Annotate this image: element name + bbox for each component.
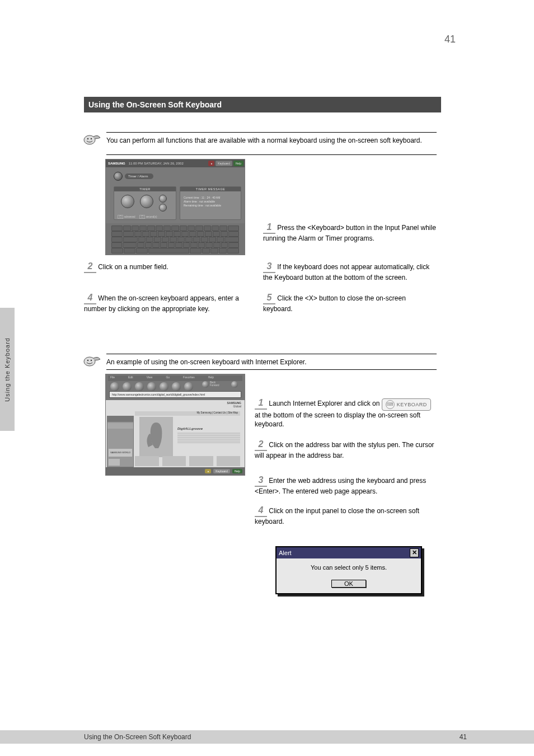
browser-footer: ● Keyboard Help	[106, 467, 245, 475]
site-tabs[interactable]: My Samsung | Contact Us | Site Map	[135, 411, 240, 416]
step-1: 1 Press the <Keyboard> button in the Inp…	[263, 223, 437, 243]
nav-refresh-icon[interactable]	[147, 382, 156, 391]
dialog-title: Alert	[279, 550, 292, 556]
alert-dialog: Alert ✕ You can select only 5 items. OK	[275, 546, 422, 594]
page-number-top: 41	[444, 34, 456, 45]
menu-bar[interactable]: FileEditViewGoFavoritesHelp	[108, 375, 242, 381]
divider	[106, 154, 437, 155]
divider	[106, 369, 437, 370]
body-text-placeholder	[177, 433, 240, 444]
keyboard-pill-icon: ⌨ KEYBOARD	[382, 398, 431, 411]
clock-icon	[114, 172, 123, 181]
side-tab-label: Using the Keyboard	[4, 337, 11, 402]
knob-minutes[interactable]	[140, 195, 153, 208]
footer-page-number: 41	[460, 733, 467, 741]
step-number-icon: 4	[84, 293, 96, 304]
brand-sub: Global	[227, 405, 241, 408]
page-footer: Using the On-Screen Soft Keyboard 41	[0, 730, 534, 744]
close-icon[interactable]: ✕	[410, 548, 419, 557]
browser-toolbar: FileEditViewGoFavoritesHelp BackForward …	[106, 374, 245, 400]
svg-point-1	[87, 138, 88, 139]
step-2: 2 Click on the address bar with the styl…	[255, 440, 437, 460]
step-number-icon: 3	[255, 476, 267, 487]
step-number-icon: 1	[255, 398, 267, 410]
step-number-icon: 2	[84, 262, 96, 273]
svg-point-0	[84, 135, 95, 144]
nav-stop-icon[interactable]	[135, 382, 144, 391]
sidebar-badge[interactable]: SAMSUNG WORLD	[109, 449, 132, 457]
help-button[interactable]: Help	[233, 161, 243, 166]
app-header: SAMSUNG 11:00 PM SATURDAY, JAN 26, 2002 …	[106, 159, 245, 167]
side-tab: Using the Keyboard	[0, 308, 15, 431]
step-number-icon: 5	[263, 293, 275, 304]
tip-icon	[81, 133, 101, 150]
rec-button[interactable]: ●	[205, 469, 211, 473]
step-3: 3 If the keyboard does not appear automa…	[263, 262, 437, 282]
section-header: Using the On-Screen Soft Keyboard	[84, 97, 441, 112]
panel-timer: TIMER ☐advanced ☐second(s)	[114, 186, 176, 220]
brand-label: SAMSUNG	[108, 162, 125, 165]
help-button[interactable]: Help	[232, 469, 242, 473]
knob-hours[interactable]	[121, 195, 134, 208]
checkbox-seconds[interactable]: ☐	[139, 215, 145, 219]
panel-title: TIMER MESSAGE	[180, 187, 241, 191]
checkbox-label: advanced	[124, 215, 135, 218]
step-number-icon: 1	[263, 223, 275, 234]
tip-text: You can perform all functions that are a…	[106, 137, 437, 145]
panel-timer-message: TIMER MESSAGE Current time : 11 : 24 : 4…	[180, 186, 241, 220]
nav-small-icon[interactable]	[202, 381, 209, 388]
flag-icon	[109, 459, 120, 466]
readout-alarm-time: Alarm time : not available	[184, 200, 221, 204]
divider	[106, 132, 437, 133]
headline: DigitALLgroove	[177, 427, 240, 430]
nav-home-icon[interactable]	[160, 382, 168, 391]
keyboard-button[interactable]: Keyboard	[213, 469, 229, 473]
nav-search-icon[interactable]	[172, 382, 181, 391]
step-4: 4 When the on-screen keyboard appears, e…	[84, 293, 246, 313]
panel-title: TIMER	[114, 187, 176, 191]
checkbox-advanced[interactable]: ☐	[118, 215, 123, 219]
step-1: 1 Launch Internet Explorer and click on …	[255, 398, 437, 429]
nav-favorites-icon[interactable]	[184, 382, 193, 391]
tip-icon	[81, 355, 101, 372]
soft-keyboard[interactable]	[106, 223, 245, 255]
nav-forward-icon[interactable]	[123, 382, 132, 391]
nav-small-icon[interactable]	[231, 381, 238, 388]
dialog-body: You can select only 5 items.	[277, 558, 421, 576]
ok-button[interactable]: OK	[331, 580, 366, 588]
step-number-icon: 3	[263, 262, 275, 273]
knob-seconds-up[interactable]	[159, 195, 167, 203]
step-3: 3 Enter the web address using the keyboa…	[255, 476, 437, 496]
rec-button[interactable]: ●	[208, 161, 214, 166]
tip-text: An example of using the on-screen keyboa…	[106, 358, 437, 367]
svg-point-3	[84, 357, 95, 366]
readout-current-time: Current time : 11 : 24 : 40 AM	[184, 196, 221, 200]
toolbar-text: BackForward	[210, 382, 219, 387]
address-bar[interactable]: http://www.samsungelectronics.com/digita…	[109, 391, 241, 398]
step-number-icon: 2	[255, 440, 267, 451]
knob-seconds-down[interactable]	[159, 204, 167, 212]
svg-point-5	[91, 360, 92, 361]
browser-content: SAMSUNG Global My Samsung | Contact Us |…	[106, 400, 245, 467]
step-2: 2 Click on a number field.	[84, 262, 246, 273]
divider	[106, 354, 437, 354]
keyboard-button[interactable]: Keyboard	[216, 161, 232, 166]
sidebar: SAMSUNG WORLD	[107, 416, 134, 467]
readout-remaining-time: Remaining time : not available	[184, 204, 221, 208]
svg-point-4	[87, 360, 88, 361]
footer-title: Using the On-Screen Soft Keyboard	[84, 733, 191, 741]
thumb-row	[135, 456, 240, 466]
nav-back-icon[interactable]	[110, 382, 119, 391]
checkbox-label: second(s)	[146, 215, 157, 218]
step-number-icon: 4	[255, 506, 267, 517]
svg-point-2	[91, 138, 92, 139]
tab-timer-alarm[interactable]: Timer / Alarm	[125, 173, 153, 179]
screenshot-timer-alarm: SAMSUNG 11:00 PM SATURDAY, JAN 26, 2002 …	[105, 159, 245, 255]
step-5: 5 Click the <X> button to close the on-s…	[263, 293, 437, 313]
step-4: 4 Click on the input panel to close the …	[255, 506, 437, 526]
hero-image	[139, 417, 173, 457]
screenshot-browser: FileEditViewGoFavoritesHelp BackForward …	[105, 374, 245, 476]
datetime-label: 11:00 PM SATURDAY, JAN 26, 2002	[129, 162, 184, 165]
